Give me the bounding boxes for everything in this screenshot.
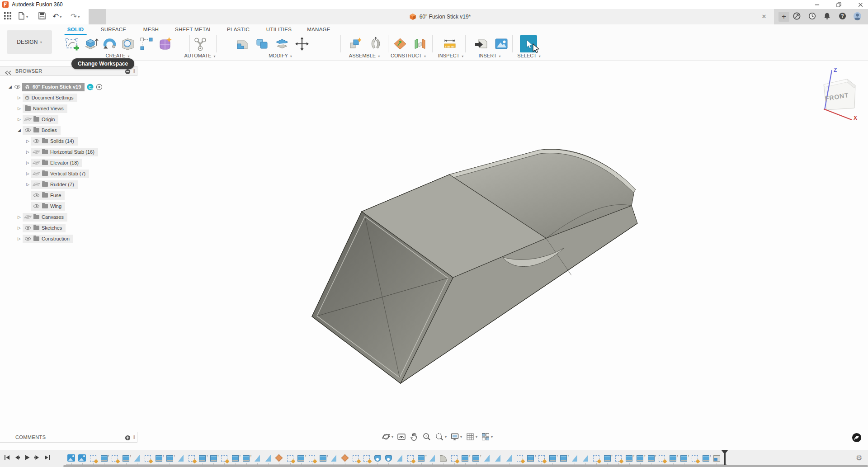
timeline-feature-mirror[interactable] — [395, 453, 404, 462]
view-cube[interactable]: FRONT Z X — [814, 66, 863, 121]
timeline-feature-mirror[interactable] — [132, 453, 141, 462]
tree-item-chip[interactable]: Horizontal Stab (16) — [31, 148, 98, 156]
timeline-feature-extrude[interactable] — [231, 453, 240, 462]
hole-icon[interactable] — [119, 35, 137, 52]
add-comment-icon[interactable] — [125, 434, 131, 440]
timeline-feature-mirror[interactable] — [581, 453, 590, 462]
target-badge-icon[interactable] — [96, 84, 103, 90]
expander-collapsed-icon[interactable]: ▷ — [24, 160, 31, 165]
fit-icon[interactable]: ▾ — [435, 432, 447, 441]
tree-item-chip[interactable]: Named Views — [23, 104, 67, 113]
timeline-feature-loft[interactable] — [384, 453, 393, 462]
workspace-selector-button[interactable]: DESIGN ▾ — [7, 30, 52, 54]
orbit-icon[interactable]: ▾ — [382, 432, 393, 441]
close-button[interactable] — [854, 1, 867, 8]
timeline-feature-canvas[interactable] — [78, 453, 86, 462]
notifications-icon[interactable] — [821, 12, 832, 22]
visibility-eye-off-icon[interactable] — [33, 161, 39, 165]
browser-row-construction[interactable]: ▷Construction — [0, 234, 73, 244]
browser-row-60-fusion-stick-v19[interactable]: ◢60" Fusion Stick v19C — [0, 82, 103, 92]
browser-row-canvases[interactable]: ▷Canvases — [0, 212, 67, 222]
undo-button[interactable]: ↶▾ — [52, 12, 61, 21]
tree-item-label[interactable]: 60" Fusion Stick v19 — [33, 84, 81, 90]
visibility-eye-off-icon[interactable] — [33, 172, 39, 175]
browser-row-sketches[interactable]: ▷Sketches — [0, 223, 66, 233]
viewports-icon[interactable]: ▾ — [481, 432, 493, 441]
timeline-feature-extrude[interactable] — [472, 453, 480, 462]
expander-collapsed-icon[interactable]: ▷ — [24, 150, 31, 154]
zoom-icon[interactable] — [422, 432, 431, 441]
timeline-feature-plane[interactable] — [275, 453, 283, 462]
timeline-feature-extrude[interactable] — [625, 453, 633, 462]
visibility-eye-off-icon[interactable] — [25, 118, 31, 121]
timeline-feature-sketch[interactable] — [592, 453, 601, 462]
revolve-icon[interactable] — [101, 35, 118, 52]
browser-row-elevator-18[interactable]: ▷Elevator (18) — [0, 158, 82, 168]
browser-row-document-settings[interactable]: ▷⚙Document Settings — [0, 93, 77, 103]
group-label-insert[interactable]: INSERT ▾ — [478, 53, 500, 58]
pattern-icon[interactable] — [138, 35, 155, 52]
display-settings-icon[interactable]: ▾ — [450, 432, 462, 441]
tree-item-chip[interactable]: Bodies — [23, 126, 61, 135]
timeline-feature-mirror[interactable] — [264, 453, 273, 462]
visibility-eye-on-icon[interactable] — [25, 226, 31, 230]
timeline-feature-sketch[interactable] — [111, 453, 119, 462]
tab-sheet-metal[interactable]: SHEET METAL — [172, 26, 215, 34]
extrude-icon[interactable] — [82, 35, 99, 52]
model-viewport[interactable]: FRONT Z X BROWSER ‖ ◢60" Fusion Stick v1… — [0, 61, 868, 450]
automate-icon[interactable] — [192, 35, 209, 52]
tab-plastic[interactable]: PLASTIC — [224, 26, 252, 34]
timeline-settings-gear-icon[interactable]: ⚙ — [856, 453, 862, 462]
browser-row-solids-14[interactable]: ▷Solids (14) — [0, 136, 78, 146]
expander-collapsed-icon[interactable]: ▷ — [16, 215, 23, 219]
timeline-feature-extrude[interactable] — [417, 453, 425, 462]
timeline-feature-sketch[interactable] — [515, 453, 524, 462]
panel-drag-grip[interactable]: ‖ — [133, 435, 135, 440]
extensions-icon[interactable] — [791, 12, 802, 22]
create-sketch-icon[interactable] — [64, 35, 81, 52]
tree-item-label[interactable]: Rudder (7) — [50, 182, 74, 187]
model-fuselage-body[interactable] — [298, 146, 651, 392]
browser-row-rudder-7[interactable]: ▷Rudder (7) — [0, 179, 78, 189]
timeline-feature-mirror[interactable] — [494, 453, 502, 462]
timeline-feature-extrude[interactable] — [319, 453, 327, 462]
pan-icon[interactable] — [410, 432, 419, 441]
offset-face-icon[interactable] — [274, 35, 291, 52]
tree-item-label[interactable]: Wing — [50, 203, 61, 209]
new-tab-button[interactable]: + — [778, 12, 789, 22]
panel-drag-grip[interactable]: ‖ — [133, 69, 135, 74]
timeline-feature-mirror[interactable] — [330, 453, 338, 462]
group-label-automate[interactable]: AUTOMATE ▾ — [184, 53, 215, 58]
tree-item-chip[interactable]: Rudder (7) — [31, 180, 78, 189]
new-component-icon[interactable] — [347, 35, 364, 52]
timeline-feature-extrude[interactable] — [461, 453, 469, 462]
document-tab-close-icon[interactable]: ✕ — [760, 13, 768, 20]
group-label-create[interactable]: CREATE ▾ — [106, 53, 130, 58]
timeline-feature-sketch[interactable] — [690, 453, 699, 462]
timeline-feature-extrude[interactable] — [297, 453, 305, 462]
timeline-feature-mirror[interactable] — [253, 453, 261, 462]
group-label-inspect[interactable]: INSPECT ▾ — [438, 53, 464, 58]
timeline-feature-extrude[interactable] — [165, 453, 174, 462]
tree-item-chip[interactable]: Elevator (18) — [31, 159, 82, 167]
comments-panel[interactable]: COMMENTS ‖ — [0, 432, 137, 443]
timeline-feature-plane[interactable] — [340, 453, 349, 462]
timeline-feature-mirror[interactable] — [505, 453, 513, 462]
tree-item-chip[interactable]: Origin — [23, 115, 58, 124]
save-button[interactable] — [38, 12, 46, 21]
expander-collapsed-icon[interactable]: ▷ — [16, 95, 23, 100]
timeline-feature-canvas[interactable] — [67, 453, 75, 462]
help-icon[interactable]: ? — [837, 12, 848, 22]
timeline-scrollbar[interactable] — [63, 465, 868, 467]
timeline-feature-sketch[interactable] — [307, 453, 316, 462]
browser-row-origin[interactable]: ▷Origin — [0, 114, 58, 124]
timeline-feature-mirror[interactable] — [176, 453, 185, 462]
timeline-playhead[interactable] — [722, 450, 728, 467]
group-label-construct[interactable]: CONSTRUCT ▾ — [391, 53, 426, 58]
press-pull-icon[interactable] — [234, 35, 251, 52]
combine-icon[interactable] — [254, 35, 271, 52]
visibility-eye-icon[interactable] — [14, 85, 20, 89]
timeline-feature-sketch[interactable] — [614, 453, 623, 462]
timeline-feature-sketch[interactable] — [406, 453, 415, 462]
tree-item-chip[interactable]: 60" Fusion Stick v19 — [22, 83, 85, 91]
